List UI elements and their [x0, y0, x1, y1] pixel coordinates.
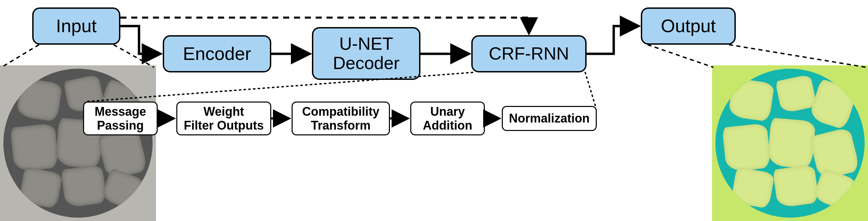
input-image-swatch: [0, 65, 156, 221]
seg-shard: [730, 167, 775, 209]
seg-shard: [808, 79, 858, 130]
crf-step5-label: Normalization: [509, 111, 590, 125]
input-projection-right: [114, 45, 154, 67]
output-projection-right: [729, 45, 867, 67]
crf-step-compatibility-transform: Compatibility Transform: [292, 102, 390, 135]
node-input-label: Input: [56, 16, 97, 36]
crf-step-normalization: Normalization: [502, 106, 597, 131]
crf-step-unary-addition: Unary Addition: [410, 102, 485, 135]
crf-step2-label: Weight Filter Outputs: [184, 105, 264, 133]
crf-step4-label: Unary Addition: [423, 105, 472, 133]
node-encoder-label: Encoder: [183, 44, 251, 64]
crf-expand-right: [585, 72, 595, 106]
seg-shard: [728, 78, 775, 122]
crf-step-weight-filter-outputs: Weight Filter Outputs: [176, 102, 271, 135]
rock-shard: [100, 168, 145, 211]
rock-shard: [18, 167, 63, 209]
seg-shard: [773, 164, 820, 208]
node-encoder: Encoder: [163, 35, 271, 72]
crf-step1-label: Message Passing: [95, 105, 146, 133]
output-image-swatch: [712, 65, 868, 221]
node-crf: CRF-RNN: [471, 35, 587, 72]
output-sample-circle: [715, 69, 865, 218]
node-output-label: Output: [661, 16, 716, 36]
seg-shard: [767, 117, 816, 169]
input-sample-circle: [3, 69, 153, 218]
arrow-crf-to-output: [587, 26, 637, 54]
rock-shard: [61, 164, 107, 208]
input-projection-left: [1, 45, 39, 67]
node-output: Output: [641, 7, 736, 45]
crf-step3-label: Compatibility Transform: [302, 105, 379, 133]
rock-shard: [16, 78, 63, 122]
arrow-input-to-encoder: [120, 26, 159, 54]
node-decoder: U-NET Decoder: [312, 27, 420, 80]
rock-shard: [10, 123, 59, 172]
crf-step-message-passing: Message Passing: [83, 102, 158, 135]
node-input: Input: [32, 7, 120, 45]
seg-shard: [722, 123, 771, 172]
seg-shard: [812, 168, 857, 211]
output-projection-left: [648, 45, 713, 67]
node-decoder-label: U-NET Decoder: [333, 34, 400, 73]
node-crf-label: CRF-RNN: [489, 44, 569, 63]
architecture-diagram: Input Encoder U-NET Decoder CRF-RNN Outp…: [0, 0, 868, 221]
seg-shard: [775, 74, 817, 114]
